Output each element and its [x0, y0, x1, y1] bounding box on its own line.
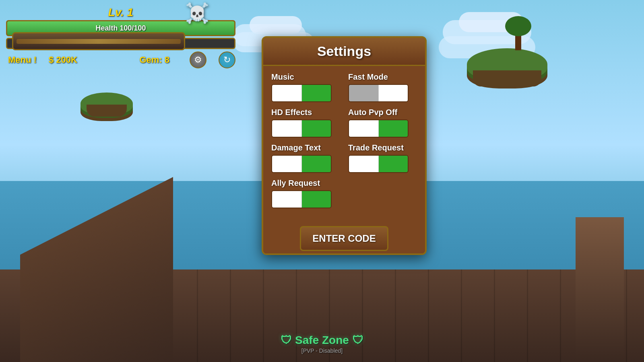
shield-left-icon: 🛡: [281, 333, 292, 347]
toggle-damage-text-on[interactable]: [302, 156, 331, 172]
settings-header: Settings: [263, 38, 425, 66]
setting-fast-mode: Fast Mode: [348, 72, 417, 102]
safe-zone-text: Safe Zone: [295, 334, 349, 347]
enter-code-container: ENTER CODE: [271, 220, 417, 245]
dock-right: [576, 217, 624, 362]
setting-fast-mode-label: Fast Mode: [348, 72, 417, 82]
toggle-fast-mode-off[interactable]: [349, 85, 379, 101]
menu-button[interactable]: Menu !: [8, 55, 37, 65]
cloud-2: [250, 16, 302, 34]
shield-right-icon: 🛡: [352, 333, 363, 347]
refresh-button[interactable]: ↻: [219, 51, 235, 68]
setting-auto-pvp-label: Auto Pvp Off: [348, 108, 417, 117]
pvp-status: [PVP - Disabled]: [281, 348, 363, 354]
toggle-music-on[interactable]: [302, 85, 331, 101]
setting-ally-request: Ally Request: [271, 179, 340, 208]
hud-bottom-row: Menu ! $ 200K Gem: 8 ⚙ ↻: [6, 51, 235, 68]
toggle-auto-pvp-off[interactable]: [349, 120, 379, 137]
enter-code-button[interactable]: ENTER CODE: [300, 226, 388, 251]
setting-music-label: Music: [271, 72, 340, 82]
safe-zone: 🛡 Safe Zone 🛡 [PVP - Disabled]: [281, 333, 363, 354]
setting-trade-request: Trade Request: [348, 143, 417, 173]
settings-body: Music Fast Mode HD Effects: [263, 66, 425, 253]
toggle-ally-request-on[interactable]: [302, 191, 331, 208]
fast-mode-toggle[interactable]: [348, 84, 409, 102]
toggle-damage-text-off[interactable]: [272, 156, 302, 172]
tree-top: [505, 16, 531, 36]
toggle-ally-request-off[interactable]: [272, 191, 302, 208]
toggle-fast-mode-on[interactable]: [379, 85, 408, 101]
toggle-trade-request-on[interactable]: [379, 156, 408, 172]
toggle-trade-request-off[interactable]: [349, 156, 379, 172]
setting-damage-text-label: Damage Text: [271, 143, 340, 152]
gear-button[interactable]: ⚙: [190, 51, 206, 68]
pirate-hat-icon: ☠️: [185, 2, 209, 25]
auto-pvp-toggle[interactable]: [348, 119, 409, 138]
money-display: $ 200K: [49, 55, 77, 65]
setting-damage-text: Damage Text: [271, 143, 340, 173]
ally-request-toggle[interactable]: [271, 190, 332, 208]
hd-effects-toggle[interactable]: [271, 119, 332, 138]
gem-display: Gem: 8: [139, 55, 169, 65]
settings-panel: Settings Music Fast Mode H: [262, 36, 427, 255]
weapon-display: [12, 32, 185, 50]
setting-auto-pvp: Auto Pvp Off: [348, 108, 417, 138]
toggle-hd-effects-off[interactable]: [272, 120, 302, 137]
floating-island-right-base: [473, 70, 541, 86]
level-text: Lv. 1: [108, 6, 133, 19]
toggle-hd-effects-on[interactable]: [302, 120, 331, 137]
setting-music: Music: [271, 72, 340, 102]
safe-zone-label: 🛡 Safe Zone 🛡: [281, 333, 363, 347]
music-toggle[interactable]: [271, 84, 332, 102]
toggle-auto-pvp-on[interactable]: [379, 120, 408, 137]
setting-hd-effects-label: HD Effects: [271, 108, 340, 117]
damage-text-toggle[interactable]: [271, 155, 332, 173]
weapon-bar: [17, 39, 181, 44]
trade-request-toggle[interactable]: [348, 155, 409, 173]
floating-island-left-base: [87, 105, 127, 117]
settings-grid: Music Fast Mode HD Effects: [271, 72, 417, 208]
setting-hd-effects: HD Effects: [271, 108, 340, 138]
setting-ally-request-label: Ally Request: [271, 179, 340, 188]
settings-title: Settings: [317, 43, 371, 59]
setting-trade-request-label: Trade Request: [348, 143, 417, 152]
toggle-music-off[interactable]: [272, 85, 302, 101]
